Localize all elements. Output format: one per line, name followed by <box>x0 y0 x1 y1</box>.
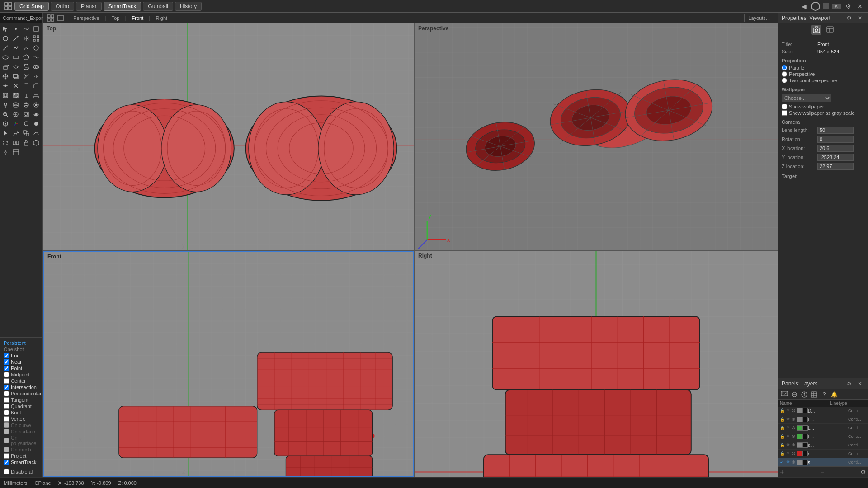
tool-rotate[interactable] <box>1 34 10 43</box>
props-tab-camera[interactable] <box>811 25 821 35</box>
layer-row-l1[interactable]: 🔒 ☀ ◎ L... Conti... <box>778 415 868 424</box>
layers-add-btn[interactable]: + <box>780 468 784 476</box>
osnap-smarttrack-check[interactable] <box>4 460 9 465</box>
app-icon[interactable] <box>4 2 13 11</box>
settings-icon[interactable]: ⚙ <box>844 2 853 11</box>
tool-boolean[interactable] <box>32 62 41 71</box>
layer-row-r[interactable]: 🔒 ☀ ◎ r... Conti... <box>778 450 868 458</box>
tool-record[interactable] <box>32 119 41 128</box>
tool-show[interactable] <box>1 138 10 147</box>
tool-history2[interactable] <box>22 119 31 128</box>
record-icon[interactable] <box>811 2 820 11</box>
tool-surface[interactable] <box>32 24 41 33</box>
tool-curve[interactable] <box>22 24 31 33</box>
wallpaper-grayscale-check[interactable] <box>782 110 787 116</box>
tool-pan[interactable] <box>11 110 20 119</box>
back-icon[interactable]: ◀ <box>799 2 808 11</box>
tool-misc[interactable] <box>1 148 10 157</box>
stop-icon[interactable] <box>823 3 829 9</box>
gumball-btn[interactable]: Gumball <box>143 2 173 11</box>
osnap-knot-check[interactable] <box>4 410 9 415</box>
osnap-onpolysurface-check[interactable] <box>4 438 9 443</box>
layer-row-s2[interactable]: ✓ ☀ ◎ s Conti... <box>778 458 868 466</box>
proj-twopoint-radio[interactable] <box>782 78 787 83</box>
tool-view[interactable] <box>32 110 41 119</box>
wallpaper-select[interactable]: Choose... <box>782 94 831 102</box>
wallpaper-show-check[interactable] <box>782 104 787 109</box>
tool-select[interactable] <box>1 24 10 33</box>
planar-btn[interactable]: Planar <box>76 2 102 11</box>
rotation-input[interactable]: 0 <box>817 136 854 143</box>
osnap-end-check[interactable] <box>4 353 9 358</box>
zloc-input[interactable]: 22.97 <box>817 163 854 170</box>
layers-gear-btn[interactable]: ⚙ <box>860 469 866 476</box>
tool-polyline[interactable] <box>11 43 20 52</box>
osnap-quad-check[interactable] <box>4 404 9 409</box>
tool-text[interactable] <box>22 91 31 100</box>
tool-revolve[interactable] <box>11 62 20 71</box>
osnap-tangent-check[interactable] <box>4 397 9 403</box>
layer-row-d[interactable]: 🔒 ☀ ◎ D... Conti... <box>778 407 868 415</box>
tool-light[interactable] <box>1 100 10 109</box>
tab-top[interactable]: Top <box>108 14 123 22</box>
osnap-near-check[interactable] <box>4 359 9 365</box>
tool-block[interactable] <box>32 138 41 147</box>
tool-deform[interactable] <box>32 129 41 138</box>
layers-add-icon[interactable] <box>780 390 789 399</box>
tool-fillet[interactable] <box>22 81 31 90</box>
tool-freeform[interactable] <box>32 53 41 62</box>
layers-settings-icon[interactable]: ⚙ <box>844 379 854 388</box>
tool-circle[interactable] <box>32 43 41 52</box>
tool-hatch[interactable] <box>11 91 20 100</box>
osnap-onmesh-check[interactable] <box>4 447 9 452</box>
layers-help-icon[interactable]: ? <box>820 390 829 399</box>
viewport-grid-icon[interactable] <box>47 14 55 22</box>
tool-analyze[interactable] <box>11 129 20 138</box>
viewport-perspective[interactable]: Perspective <box>415 23 778 250</box>
tool-group[interactable] <box>11 138 20 147</box>
osnap-perp-check[interactable] <box>4 391 9 396</box>
tool-join[interactable] <box>1 81 10 90</box>
tool-point[interactable] <box>11 24 20 33</box>
history-btn[interactable]: History <box>175 2 202 11</box>
tool-offset[interactable] <box>1 91 10 100</box>
lens-length-input[interactable]: 50 <box>817 127 854 134</box>
viewport-right[interactable]: Right z <box>415 251 778 477</box>
osnap-midpoint-check[interactable] <box>4 372 9 377</box>
grid-snap-btn[interactable]: Grid Snap <box>14 2 49 11</box>
osnap-onsurface-check[interactable] <box>4 429 9 434</box>
tool-copy[interactable] <box>11 72 20 81</box>
tool-zoom[interactable] <box>1 110 10 119</box>
viewport-top[interactable]: Top <box>43 23 414 250</box>
layers-display-icon[interactable] <box>810 390 819 399</box>
tool-explode[interactable] <box>11 81 20 90</box>
tool-play[interactable] <box>1 129 10 138</box>
layer-row-s1[interactable]: 🔒 ☀ ◎ s... Conti... <box>778 441 868 450</box>
tool-array[interactable] <box>32 34 41 43</box>
osnap-project-check[interactable] <box>4 453 9 459</box>
layouts-btn[interactable]: Layouts... <box>744 14 774 22</box>
tool-line[interactable] <box>1 43 10 52</box>
yloc-input[interactable]: -2528.24 <box>817 154 854 161</box>
tool-lock[interactable] <box>22 138 31 147</box>
tool-render[interactable] <box>32 100 41 109</box>
tool-transform[interactable] <box>22 129 31 138</box>
ortho-btn[interactable]: Ortho <box>51 2 74 11</box>
osnap-point-check[interactable] <box>4 366 9 371</box>
layer-row-l2[interactable]: 🔒 ☀ ◎ L... Conti... <box>778 424 868 432</box>
tool-trim[interactable] <box>22 72 31 81</box>
osnap-vertex-check[interactable] <box>4 416 9 422</box>
osnap-oncurve-check[interactable] <box>4 422 9 428</box>
props-settings-icon[interactable]: ⚙ <box>844 14 854 23</box>
layers-info-icon[interactable] <box>800 390 809 399</box>
tool-chamfer[interactable] <box>32 81 41 90</box>
viewport-single-icon[interactable] <box>57 14 65 22</box>
tool-dim[interactable] <box>32 91 41 100</box>
props-close-icon[interactable]: ✕ <box>855 14 864 23</box>
tab-front[interactable]: Front <box>128 14 147 22</box>
tab-perspective[interactable]: Perspective <box>70 14 103 22</box>
tool-ellipse[interactable] <box>1 53 10 62</box>
layers-remove-btn[interactable]: − <box>820 468 824 476</box>
tool-zoomext[interactable] <box>22 110 31 119</box>
osnap-center-check[interactable] <box>4 378 9 384</box>
